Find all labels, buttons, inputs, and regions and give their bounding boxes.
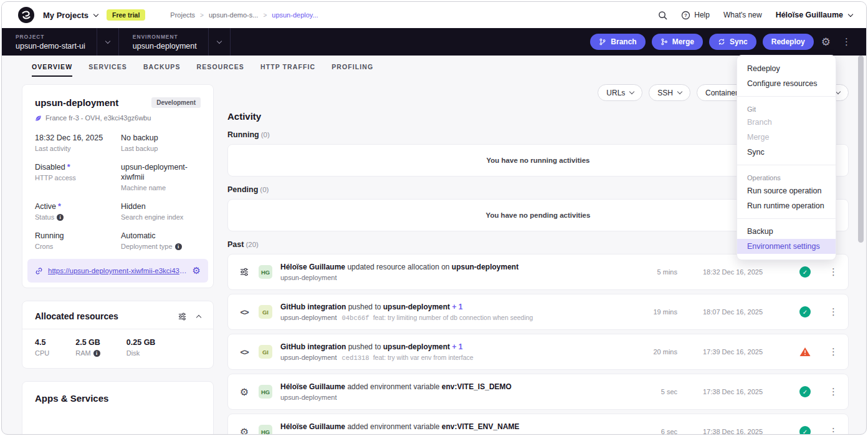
my-projects-menu[interactable]: My Projects — [43, 11, 98, 20]
avatar: GI — [259, 345, 272, 359]
resource-allocation-icon — [238, 267, 250, 277]
info-icon[interactable]: i — [175, 243, 182, 250]
tab-services[interactable]: SERVICES — [88, 63, 127, 77]
branch-button[interactable]: Branch — [590, 34, 645, 50]
asterisk-marker: * — [67, 163, 70, 172]
breadcrumb-projects[interactable]: Projects — [170, 11, 195, 19]
environment-url-link[interactable]: https://upsun-deployment-xiwfmii-e3kci43… — [48, 267, 188, 274]
apps-services-card: Apps & Services — [22, 381, 214, 435]
stat-http-access: Disabled* HTTP access — [35, 162, 115, 191]
breadcrumb-environment[interactable]: upsun-deploy... — [272, 11, 318, 19]
tab-backups[interactable]: BACKUPS — [143, 63, 181, 77]
row-kebab-icon[interactable]: ⋮ — [829, 426, 838, 435]
row-kebab-icon[interactable]: ⋮ — [829, 386, 838, 397]
menu-item-sync[interactable]: Sync — [737, 145, 836, 160]
git-merge-icon — [661, 38, 668, 46]
activity-row[interactable]: <> GI GitHub integration pushed to upsun… — [227, 294, 849, 330]
redeploy-button[interactable]: Redeploy — [763, 34, 814, 50]
free-trial-badge: Free trial — [107, 9, 145, 21]
activity-environment: upsun-deployment04bc66ffeat: try limitin… — [280, 314, 632, 322]
project-label: PROJECT — [16, 34, 85, 40]
activity-timestamp: 17:39 Dec 16, 2025 — [703, 348, 774, 356]
menu-header-operations: Operations — [737, 170, 836, 183]
stat-machine-name: upsun-deployment-xiwfmii Machine name — [121, 162, 201, 191]
help-button[interactable]: ? Help — [681, 11, 710, 20]
environment-title: upsun-deployment — [35, 97, 118, 108]
menu-divider — [737, 165, 836, 165]
activity-timestamp: 18:32 Dec 16, 2025 — [703, 268, 774, 276]
tab-profiling[interactable]: PROFILING — [331, 63, 373, 77]
activity-description: GitHub integration pushed to upsun-deplo… — [280, 303, 632, 311]
activity-timestamp: 17:38 Dec 16, 2025 — [703, 388, 774, 395]
chevron-down-icon — [93, 11, 98, 16]
collapse-chevron-icon[interactable] — [196, 314, 201, 319]
environment-menu-kebab-icon[interactable]: ⋮ — [838, 36, 855, 47]
commit-hash: 04bc66f — [342, 314, 370, 322]
expand-chevron-icon[interactable] — [115, 433, 120, 435]
environment-selector[interactable]: ENVIRONMENT upsun-deployment — [119, 28, 209, 56]
avatar: HG — [259, 425, 272, 435]
allocated-resources-title: Allocated resources — [35, 311, 168, 321]
menu-item-backup[interactable]: Backup — [737, 224, 836, 239]
environment-url-bar: https://upsun-deployment-xiwfmii-e3kci43… — [27, 259, 208, 283]
info-icon[interactable]: i — [93, 350, 100, 357]
menu-item-run-source-operation[interactable]: Run source operation — [737, 183, 836, 198]
scrollbar-thumb[interactable] — [858, 56, 864, 243]
git-branch-icon — [599, 38, 606, 46]
ssh-dropdown-button[interactable]: SSH — [649, 84, 690, 101]
menu-divider — [737, 218, 836, 219]
success-status-icon: ✓ — [799, 386, 811, 397]
row-kebab-icon[interactable]: ⋮ — [829, 306, 838, 317]
menu-item-environment-settings[interactable]: Environment settings — [737, 239, 836, 254]
user-menu[interactable]: Héloïse Guillaume — [776, 11, 852, 19]
urls-dropdown-button[interactable]: URLs — [598, 84, 642, 101]
whats-new-link[interactable]: What's new — [723, 11, 762, 19]
activity-description: Héloïse Guillaume updated resource alloc… — [280, 263, 632, 271]
menu-item-redeploy[interactable]: Redeploy — [737, 61, 836, 76]
search-icon[interactable] — [658, 11, 667, 20]
row-kebab-icon[interactable]: ⋮ — [829, 266, 838, 278]
settings-gear-icon[interactable]: ⚙ — [820, 36, 832, 48]
help-label: Help — [694, 11, 710, 19]
avatar: GI — [259, 305, 272, 319]
activity-row[interactable]: ⚙ HG Héloïse Guillaume added environment… — [227, 414, 849, 435]
project-selector[interactable]: PROJECT upsun-demo-start-ui — [2, 28, 97, 56]
menu-header-git: Git — [737, 102, 836, 115]
tab-resources[interactable]: RESOURCES — [197, 63, 244, 77]
extra-count-link[interactable]: + 1 — [452, 342, 462, 351]
environment-name: upsun-deployment — [133, 42, 197, 51]
sync-button[interactable]: Sync — [709, 34, 756, 50]
extra-count-link[interactable]: + 1 — [452, 303, 462, 311]
branch-label: Branch — [611, 37, 636, 46]
merge-button[interactable]: Merge — [652, 34, 703, 50]
breadcrumb-project[interactable]: upsun-demo-s... — [209, 11, 258, 19]
activity-row[interactable]: ⚙ HG Héloïse Guillaume added environment… — [227, 374, 849, 410]
success-status-icon: ✓ — [799, 266, 811, 278]
activity-row[interactable]: <> GI GitHub integration pushed to upsun… — [227, 334, 849, 370]
tab-http-traffic[interactable]: HTTP TRAFFIC — [260, 63, 315, 77]
sliders-icon[interactable] — [178, 312, 187, 321]
environment-bar: PROJECT upsun-demo-start-ui ENVIRONMENT … — [2, 28, 866, 56]
menu-item-run-runtime-operation[interactable]: Run runtime operation — [737, 198, 836, 213]
environment-info-card: upsun-deployment Development France fr-3… — [22, 84, 214, 288]
code-push-icon: <> — [238, 308, 250, 317]
top-bar: My Projects Free trial Projects > upsun-… — [2, 2, 866, 28]
tab-overview[interactable]: OVERVIEW — [32, 63, 72, 77]
activity-environment: upsun-deployment — [280, 274, 632, 281]
info-icon[interactable]: i — [57, 214, 64, 221]
environment-selector-chevron[interactable] — [209, 28, 231, 56]
menu-item-configure-resources[interactable]: Configure resources — [737, 76, 836, 91]
project-selector-chevron[interactable] — [97, 28, 119, 56]
link-icon — [35, 267, 43, 275]
upsun-logo-icon[interactable] — [18, 7, 34, 23]
environment-type-badge: Development — [151, 97, 201, 108]
urls-label: URLs — [606, 89, 625, 97]
metric-cpu: 4.5 CPU — [35, 338, 49, 357]
stat-last-backup: No backup Last backup — [121, 133, 201, 152]
success-status-icon: ✓ — [799, 306, 811, 317]
row-kebab-icon[interactable]: ⋮ — [829, 346, 838, 357]
url-settings-gear-icon[interactable]: ⚙ — [193, 265, 201, 276]
menu-item-merge: Merge — [737, 130, 836, 145]
question-icon: ? — [681, 11, 690, 20]
activity-environment: upsun-deployment — [280, 394, 632, 401]
